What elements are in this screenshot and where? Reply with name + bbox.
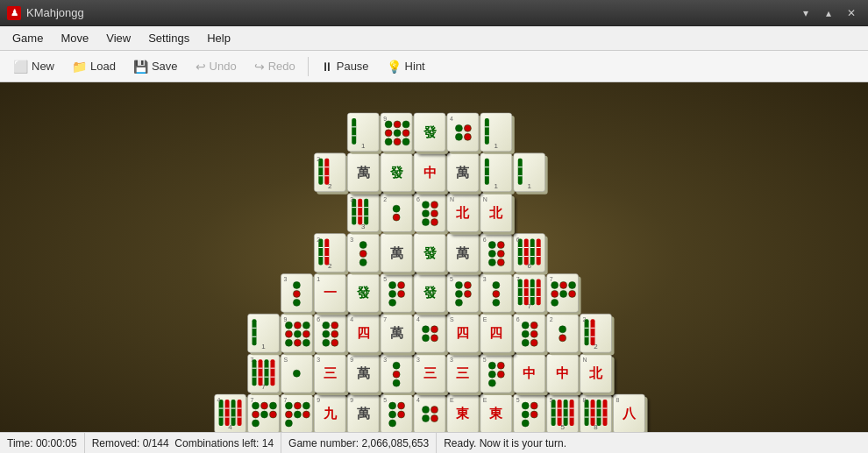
svg-point-526 <box>402 138 409 145</box>
svg-point-343 <box>398 281 405 288</box>
menu-settings[interactable]: Settings <box>139 28 198 48</box>
svg-text:9: 9 <box>350 357 353 363</box>
svg-text:9: 9 <box>383 116 387 122</box>
svg-text:三: 三 <box>423 366 437 380</box>
close-button[interactable]: ✕ <box>842 4 861 23</box>
svg-point-466 <box>431 219 438 226</box>
svg-text:發: 發 <box>423 125 438 139</box>
svg-point-110 <box>285 402 292 409</box>
save-icon: 💾 <box>133 60 148 74</box>
svg-text:5: 5 <box>383 276 387 282</box>
svg-rect-204 <box>270 359 274 386</box>
svg-text:E: E <box>483 316 487 322</box>
svg-point-266 <box>302 330 309 337</box>
statusbar: Time: 00:00:05 Removed: 0/144 Combinatio… <box>0 432 868 453</box>
svg-point-344 <box>389 290 396 297</box>
svg-rect-195 <box>253 359 257 386</box>
titlebar-left: ♟ KMahjongg <box>7 6 84 20</box>
svg-text:6: 6 <box>516 237 520 243</box>
svg-text:1: 1 <box>528 182 532 190</box>
svg-text:萬: 萬 <box>456 246 469 260</box>
board-area[interactable]: // Helper to draw a single mahjong tile … <box>0 82 868 432</box>
svg-point-463 <box>423 210 430 217</box>
svg-text:中: 中 <box>523 366 536 380</box>
redo-icon: ↪ <box>254 60 265 74</box>
svg-point-154 <box>530 411 537 418</box>
svg-rect-322 <box>591 319 595 345</box>
menu-view[interactable]: View <box>97 28 139 48</box>
svg-text:N: N <box>450 196 454 202</box>
svg-text:5: 5 <box>383 397 387 403</box>
svg-point-100 <box>253 402 260 409</box>
svg-point-241 <box>488 379 495 386</box>
svg-point-223 <box>393 362 400 369</box>
svg-point-114 <box>294 411 301 418</box>
svg-text:三: 三 <box>456 366 469 380</box>
svg-text:8: 8 <box>583 397 587 403</box>
save-button[interactable]: 💾 Save <box>125 55 186 78</box>
svg-text:1: 1 <box>261 343 266 350</box>
svg-point-461 <box>423 202 430 209</box>
svg-rect-449 <box>364 199 368 225</box>
hint-button[interactable]: 💡 Hint <box>379 55 433 78</box>
new-button[interactable]: ⬜ New <box>5 55 62 78</box>
svg-text:3: 3 <box>350 237 353 243</box>
svg-point-138 <box>423 415 430 422</box>
svg-rect-478 <box>318 159 323 185</box>
svg-text:8: 8 <box>615 397 619 403</box>
svg-point-111 <box>294 402 301 409</box>
svg-point-405 <box>359 258 366 265</box>
svg-rect-84 <box>219 400 224 426</box>
load-button[interactable]: 📁 Load <box>64 55 124 78</box>
svg-point-518 <box>385 121 392 128</box>
menu-move[interactable]: Move <box>52 28 97 48</box>
svg-point-291 <box>431 326 438 333</box>
svg-point-307 <box>522 330 529 337</box>
time-section: Time: 00:00:05 <box>0 433 85 453</box>
svg-point-237 <box>488 362 495 369</box>
menu-game[interactable]: Game <box>4 28 52 48</box>
svg-text:7: 7 <box>383 316 387 322</box>
svg-text:8: 8 <box>594 423 598 431</box>
svg-point-519 <box>394 121 401 128</box>
status-message-section: Ready. Now it is your turn. <box>437 433 868 453</box>
svg-text:2: 2 <box>550 316 553 322</box>
svg-text:2: 2 <box>594 343 598 350</box>
svg-rect-427 <box>518 239 523 265</box>
svg-point-422 <box>488 258 495 265</box>
menu-help[interactable]: Help <box>198 28 239 48</box>
svg-text:5: 5 <box>550 397 553 403</box>
undo-button[interactable]: ↩ Undo <box>188 55 245 78</box>
svg-point-383 <box>551 281 559 288</box>
svg-point-103 <box>253 411 260 418</box>
svg-point-276 <box>331 330 338 337</box>
maximize-button[interactable]: ▴ <box>819 4 838 23</box>
svg-point-305 <box>522 322 529 329</box>
svg-text:3: 3 <box>383 357 387 363</box>
svg-text:四: 四 <box>456 326 469 340</box>
minimize-button[interactable]: ▾ <box>796 4 815 23</box>
svg-point-224 <box>393 371 400 378</box>
svg-text:3: 3 <box>483 276 487 282</box>
svg-point-520 <box>402 121 409 128</box>
svg-rect-370 <box>524 279 529 305</box>
svg-text:6: 6 <box>516 316 520 322</box>
new-icon: ⬜ <box>13 60 28 74</box>
svg-text:九: 九 <box>323 407 338 421</box>
svg-point-153 <box>522 411 529 418</box>
svg-point-136 <box>423 407 430 414</box>
svg-point-464 <box>431 210 438 217</box>
svg-point-277 <box>323 339 330 346</box>
svg-point-106 <box>253 420 260 427</box>
svg-point-278 <box>331 339 338 346</box>
redo-button[interactable]: ↪ Redo <box>246 55 303 78</box>
status-message: Ready. Now it is your turn. <box>444 437 566 449</box>
svg-text:6: 6 <box>416 196 420 202</box>
svg-rect-540 <box>485 118 489 145</box>
svg-point-536 <box>464 133 471 140</box>
pause-button[interactable]: ⏸ Pause <box>313 55 377 78</box>
svg-rect-443 <box>352 199 356 225</box>
svg-text:3: 3 <box>317 357 320 363</box>
svg-point-331 <box>293 299 300 306</box>
svg-point-131 <box>398 411 405 418</box>
